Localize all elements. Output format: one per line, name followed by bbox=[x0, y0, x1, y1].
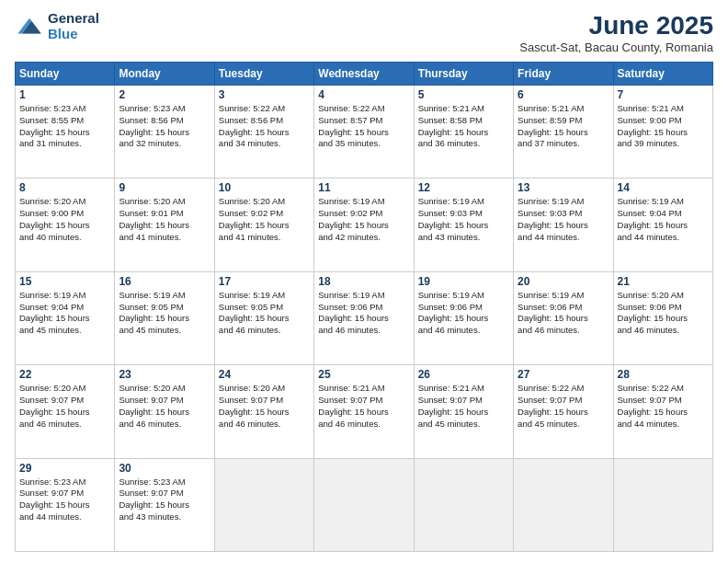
calendar-cell: 10Sunrise: 5:20 AM Sunset: 9:02 PM Dayli… bbox=[214, 178, 313, 271]
main-title: June 2025 bbox=[519, 11, 713, 40]
logo-line1: General bbox=[48, 11, 99, 27]
calendar-week-5: 29Sunrise: 5:23 AM Sunset: 9:07 PM Dayli… bbox=[16, 458, 713, 551]
calendar-cell: 18Sunrise: 5:19 AM Sunset: 9:06 PM Dayli… bbox=[314, 271, 414, 364]
day-info: Sunrise: 5:21 AM Sunset: 8:58 PM Dayligh… bbox=[418, 103, 509, 150]
day-info: Sunrise: 5:22 AM Sunset: 8:56 PM Dayligh… bbox=[219, 103, 310, 150]
day-number: 9 bbox=[119, 181, 210, 194]
calendar-cell: 21Sunrise: 5:20 AM Sunset: 9:06 PM Dayli… bbox=[613, 271, 712, 364]
calendar-cell: 20Sunrise: 5:19 AM Sunset: 9:06 PM Dayli… bbox=[514, 271, 613, 364]
calendar-cell bbox=[414, 458, 513, 551]
calendar-cell: 8Sunrise: 5:20 AM Sunset: 9:00 PM Daylig… bbox=[16, 178, 115, 271]
day-number: 2 bbox=[119, 88, 210, 101]
day-info: Sunrise: 5:20 AM Sunset: 9:01 PM Dayligh… bbox=[119, 196, 210, 243]
calendar-week-3: 15Sunrise: 5:19 AM Sunset: 9:04 PM Dayli… bbox=[16, 271, 713, 364]
calendar-cell: 13Sunrise: 5:19 AM Sunset: 9:03 PM Dayli… bbox=[514, 178, 613, 271]
calendar-cell: 3Sunrise: 5:22 AM Sunset: 8:56 PM Daylig… bbox=[214, 86, 313, 178]
calendar-cell: 24Sunrise: 5:20 AM Sunset: 9:07 PM Dayli… bbox=[214, 365, 313, 458]
calendar-cell bbox=[314, 458, 414, 551]
day-header-monday: Monday bbox=[115, 63, 214, 86]
calendar-cell: 29Sunrise: 5:23 AM Sunset: 9:07 PM Dayli… bbox=[16, 458, 115, 551]
day-info: Sunrise: 5:20 AM Sunset: 9:07 PM Dayligh… bbox=[19, 383, 110, 430]
calendar-cell: 28Sunrise: 5:22 AM Sunset: 9:07 PM Dayli… bbox=[613, 365, 712, 458]
day-number: 8 bbox=[19, 181, 110, 194]
day-number: 18 bbox=[318, 275, 409, 288]
day-info: Sunrise: 5:21 AM Sunset: 9:07 PM Dayligh… bbox=[418, 383, 509, 430]
calendar-cell: 27Sunrise: 5:22 AM Sunset: 9:07 PM Dayli… bbox=[514, 365, 613, 458]
calendar-cell: 2Sunrise: 5:23 AM Sunset: 8:56 PM Daylig… bbox=[115, 86, 214, 178]
day-number: 25 bbox=[318, 368, 409, 381]
subtitle: Sascut-Sat, Bacau County, Romania bbox=[519, 40, 713, 54]
logo-text: General Blue bbox=[48, 11, 99, 41]
day-info: Sunrise: 5:23 AM Sunset: 9:07 PM Dayligh… bbox=[19, 477, 110, 523]
calendar-cell: 5Sunrise: 5:21 AM Sunset: 8:58 PM Daylig… bbox=[414, 86, 513, 178]
day-number: 10 bbox=[219, 181, 310, 194]
day-info: Sunrise: 5:19 AM Sunset: 9:05 PM Dayligh… bbox=[219, 290, 310, 337]
day-number: 19 bbox=[418, 275, 509, 288]
calendar-cell: 11Sunrise: 5:19 AM Sunset: 9:02 PM Dayli… bbox=[314, 178, 414, 271]
day-info: Sunrise: 5:19 AM Sunset: 9:06 PM Dayligh… bbox=[318, 290, 409, 337]
calendar-cell: 23Sunrise: 5:20 AM Sunset: 9:07 PM Dayli… bbox=[115, 365, 214, 458]
day-number: 29 bbox=[19, 462, 110, 475]
calendar-cell bbox=[613, 458, 712, 551]
day-info: Sunrise: 5:20 AM Sunset: 9:07 PM Dayligh… bbox=[119, 383, 210, 430]
calendar-cell: 30Sunrise: 5:23 AM Sunset: 9:07 PM Dayli… bbox=[115, 458, 214, 551]
calendar-cell: 4Sunrise: 5:22 AM Sunset: 8:57 PM Daylig… bbox=[314, 86, 414, 178]
day-info: Sunrise: 5:19 AM Sunset: 9:05 PM Dayligh… bbox=[119, 290, 210, 337]
day-header-wednesday: Wednesday bbox=[314, 63, 414, 86]
calendar-cell: 6Sunrise: 5:21 AM Sunset: 8:59 PM Daylig… bbox=[514, 86, 613, 178]
day-number: 24 bbox=[219, 368, 310, 381]
day-number: 22 bbox=[19, 368, 110, 381]
logo-icon bbox=[15, 12, 44, 41]
day-number: 1 bbox=[19, 88, 110, 101]
day-info: Sunrise: 5:20 AM Sunset: 9:00 PM Dayligh… bbox=[19, 196, 110, 243]
day-number: 16 bbox=[119, 275, 210, 288]
day-number: 13 bbox=[518, 181, 609, 194]
calendar-header-row: SundayMondayTuesdayWednesdayThursdayFrid… bbox=[16, 63, 713, 86]
title-block: June 2025 Sascut-Sat, Bacau County, Roma… bbox=[519, 11, 713, 54]
calendar-week-1: 1Sunrise: 5:23 AM Sunset: 8:55 PM Daylig… bbox=[16, 86, 713, 178]
day-info: Sunrise: 5:21 AM Sunset: 9:07 PM Dayligh… bbox=[318, 383, 409, 430]
day-header-friday: Friday bbox=[514, 63, 613, 86]
day-header-tuesday: Tuesday bbox=[214, 63, 313, 86]
day-info: Sunrise: 5:20 AM Sunset: 9:06 PM Dayligh… bbox=[618, 290, 709, 337]
calendar-cell: 22Sunrise: 5:20 AM Sunset: 9:07 PM Dayli… bbox=[16, 365, 115, 458]
calendar-cell bbox=[214, 458, 313, 551]
day-number: 5 bbox=[418, 88, 509, 101]
day-info: Sunrise: 5:21 AM Sunset: 8:59 PM Dayligh… bbox=[518, 103, 609, 150]
day-info: Sunrise: 5:20 AM Sunset: 9:02 PM Dayligh… bbox=[219, 196, 310, 243]
day-number: 21 bbox=[618, 275, 709, 288]
calendar-cell bbox=[514, 458, 613, 551]
calendar-cell: 12Sunrise: 5:19 AM Sunset: 9:03 PM Dayli… bbox=[414, 178, 513, 271]
page: General Blue June 2025 Sascut-Sat, Bacau… bbox=[0, 0, 728, 563]
calendar-cell: 9Sunrise: 5:20 AM Sunset: 9:01 PM Daylig… bbox=[115, 178, 214, 271]
day-number: 27 bbox=[518, 368, 609, 381]
day-info: Sunrise: 5:22 AM Sunset: 9:07 PM Dayligh… bbox=[518, 383, 609, 430]
calendar-cell: 26Sunrise: 5:21 AM Sunset: 9:07 PM Dayli… bbox=[414, 365, 513, 458]
day-header-thursday: Thursday bbox=[414, 63, 513, 86]
day-info: Sunrise: 5:19 AM Sunset: 9:03 PM Dayligh… bbox=[518, 196, 609, 243]
day-number: 17 bbox=[219, 275, 310, 288]
logo-line2: Blue bbox=[48, 27, 99, 42]
calendar-cell: 16Sunrise: 5:19 AM Sunset: 9:05 PM Dayli… bbox=[115, 271, 214, 364]
day-info: Sunrise: 5:19 AM Sunset: 9:02 PM Dayligh… bbox=[318, 196, 409, 243]
calendar-cell: 14Sunrise: 5:19 AM Sunset: 9:04 PM Dayli… bbox=[613, 178, 712, 271]
day-info: Sunrise: 5:23 AM Sunset: 8:55 PM Dayligh… bbox=[19, 103, 110, 150]
calendar-week-2: 8Sunrise: 5:20 AM Sunset: 9:00 PM Daylig… bbox=[16, 178, 713, 271]
day-info: Sunrise: 5:20 AM Sunset: 9:07 PM Dayligh… bbox=[219, 383, 310, 430]
calendar-cell: 17Sunrise: 5:19 AM Sunset: 9:05 PM Dayli… bbox=[214, 271, 313, 364]
day-number: 12 bbox=[418, 181, 509, 194]
day-number: 3 bbox=[219, 88, 310, 101]
calendar-cell: 7Sunrise: 5:21 AM Sunset: 9:00 PM Daylig… bbox=[613, 86, 712, 178]
day-number: 20 bbox=[518, 275, 609, 288]
logo: General Blue bbox=[15, 11, 99, 41]
day-number: 6 bbox=[518, 88, 609, 101]
day-info: Sunrise: 5:19 AM Sunset: 9:06 PM Dayligh… bbox=[418, 290, 509, 337]
day-number: 26 bbox=[418, 368, 509, 381]
day-info: Sunrise: 5:22 AM Sunset: 9:07 PM Dayligh… bbox=[618, 383, 709, 430]
day-info: Sunrise: 5:19 AM Sunset: 9:04 PM Dayligh… bbox=[618, 196, 709, 243]
day-header-saturday: Saturday bbox=[613, 63, 712, 86]
day-info: Sunrise: 5:19 AM Sunset: 9:06 PM Dayligh… bbox=[518, 290, 609, 337]
calendar-cell: 25Sunrise: 5:21 AM Sunset: 9:07 PM Dayli… bbox=[314, 365, 414, 458]
day-header-sunday: Sunday bbox=[16, 63, 115, 86]
day-info: Sunrise: 5:19 AM Sunset: 9:04 PM Dayligh… bbox=[19, 290, 110, 337]
